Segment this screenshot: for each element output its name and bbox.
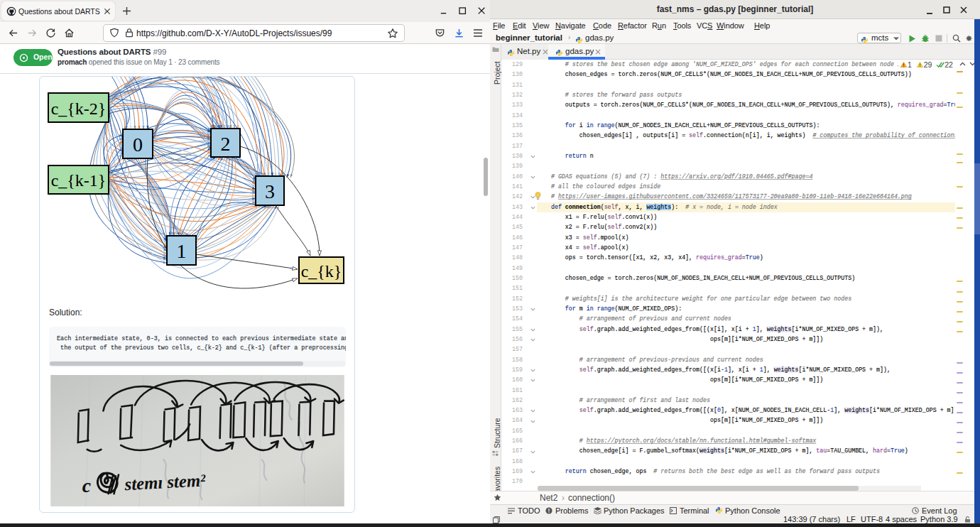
svg-text:1: 1 (177, 240, 187, 262)
svg-text:0: 0 (133, 134, 143, 156)
svg-text:3: 3 (265, 180, 275, 202)
svg-text:c_{k-1}: c_{k-1} (51, 171, 107, 190)
svg-text:2: 2 (221, 133, 231, 155)
svg-text:c_{k}: c_{k} (301, 262, 342, 281)
svg-text:c: c (82, 474, 91, 496)
svg-text:c_{k-2}: c_{k-2} (51, 99, 107, 118)
